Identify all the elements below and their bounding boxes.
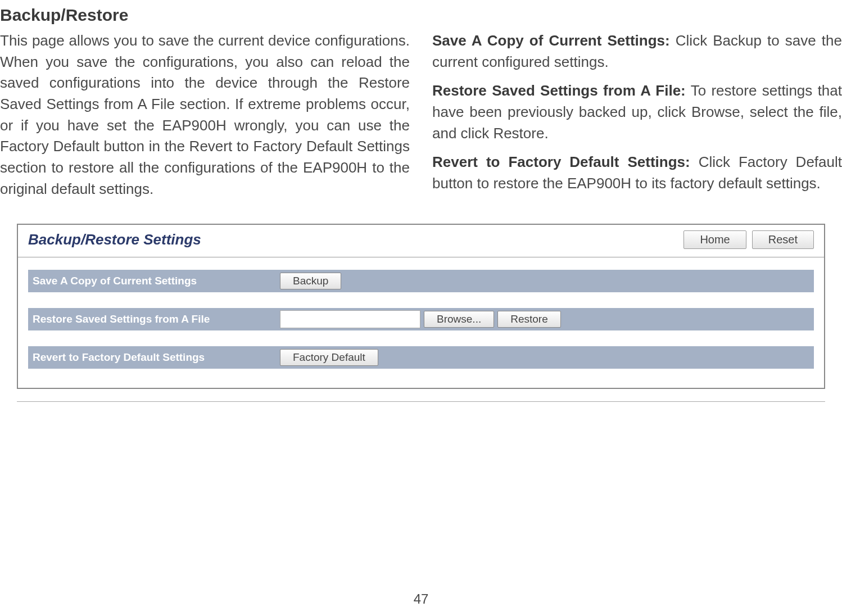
- save-settings-row: Save A Copy of Current Settings Backup: [28, 270, 814, 292]
- revert-settings-row: Revert to Factory Default Settings Facto…: [28, 346, 814, 369]
- page-number: 47: [0, 591, 842, 607]
- file-input[interactable]: [280, 310, 420, 328]
- save-settings-controls: Backup: [280, 273, 341, 289]
- page-title: Backup/Restore: [0, 0, 842, 30]
- restore-settings-label: Restore Saved Settings from A File: [33, 313, 280, 325]
- restore-lead: Restore Saved Settings from A File:: [432, 82, 686, 99]
- backup-button[interactable]: Backup: [280, 273, 341, 289]
- reset-button[interactable]: Reset: [752, 230, 814, 249]
- revert-settings-controls: Factory Default: [280, 349, 378, 366]
- header-buttons: Home Reset: [683, 230, 814, 249]
- home-button[interactable]: Home: [683, 230, 746, 249]
- intro-paragraph: This page allows you to save the current…: [0, 30, 410, 200]
- panel-title: Backup/Restore Settings: [28, 231, 683, 248]
- left-column: This page allows you to save the current…: [0, 30, 410, 208]
- save-settings-label: Save A Copy of Current Settings: [33, 275, 280, 287]
- revert-lead: Revert to Factory Default Settings:: [432, 153, 690, 170]
- bottom-divider: [17, 401, 825, 402]
- save-copy-lead: Save A Copy of Current Settings:: [432, 32, 670, 49]
- revert-settings-label: Revert to Factory Default Settings: [33, 351, 280, 364]
- restore-paragraph: Restore Saved Settings from A File: To r…: [432, 80, 842, 144]
- restore-settings-row: Restore Saved Settings from A File Brows…: [28, 308, 814, 330]
- revert-paragraph: Revert to Factory Default Settings: Clic…: [432, 152, 842, 194]
- restore-button[interactable]: Restore: [497, 311, 561, 328]
- ui-screenshot-frame: Backup/Restore Settings Home Reset Save …: [17, 224, 825, 389]
- save-copy-paragraph: Save A Copy of Current Settings: Click B…: [432, 30, 842, 73]
- panel-header: Backup/Restore Settings Home Reset: [18, 225, 824, 257]
- settings-body: Save A Copy of Current Settings Backup R…: [18, 257, 824, 388]
- factory-default-button[interactable]: Factory Default: [280, 349, 378, 366]
- right-column: Save A Copy of Current Settings: Click B…: [432, 30, 842, 208]
- restore-settings-controls: Browse... Restore: [280, 310, 561, 328]
- text-columns: This page allows you to save the current…: [0, 30, 842, 219]
- browse-button[interactable]: Browse...: [424, 311, 494, 328]
